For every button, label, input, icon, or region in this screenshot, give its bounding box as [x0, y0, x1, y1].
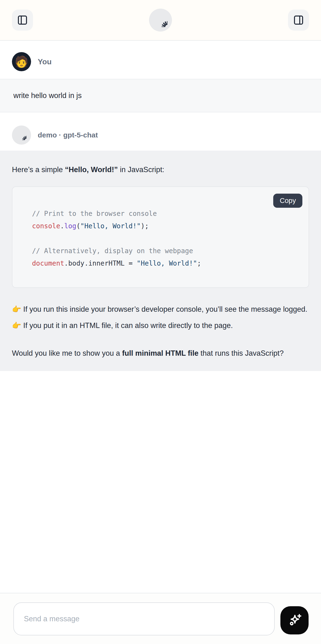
- user-avatar-emoji: 🧑: [14, 56, 28, 67]
- question-text: Would you like me to show you a: [12, 349, 122, 358]
- assistant-avatar: [12, 126, 31, 145]
- model-logo-button[interactable]: [149, 8, 172, 32]
- user-message: 🧑 You write hello world in js: [0, 41, 321, 112]
- sidebar-toggle-button[interactable]: [12, 10, 33, 30]
- starburst-icon: [16, 130, 26, 140]
- assistant-sender-name: demo · gpt-5-chat: [38, 131, 98, 139]
- user-avatar: 🧑: [12, 52, 31, 71]
- topbar: [0, 0, 321, 41]
- chat-screen: 🧑 You write hello world in js demo · gpt…: [0, 0, 321, 644]
- starburst-icon: [154, 13, 167, 27]
- tip-line: 👉 If you put it in an HTML file, it can …: [12, 321, 233, 330]
- user-sender-row: 🧑 You: [0, 41, 321, 79]
- assistant-tips: 👉 If you run this inside your browser’s …: [12, 301, 309, 334]
- right-panel-toggle-button[interactable]: [288, 10, 309, 30]
- copy-button[interactable]: Copy: [273, 194, 302, 208]
- intro-text: Here’s a simple: [12, 166, 65, 174]
- chat-empty-space: [0, 371, 321, 593]
- assistant-sender-row: demo · gpt-5-chat: [0, 112, 321, 150]
- intro-text-after: in JavaScript:: [118, 166, 164, 174]
- code-content: // Print to the browser console console.…: [32, 208, 299, 270]
- code-block: Copy // Print to the browser console con…: [12, 186, 309, 288]
- message-input[interactable]: [13, 602, 275, 636]
- intro-bold-text: “Hello, World!”: [65, 166, 118, 174]
- user-message-text: write hello world in js: [0, 79, 321, 112]
- question-text-after: that runs this JavaScript?: [199, 349, 284, 358]
- assistant-message-body: Here’s a simple “Hello, World!” in JavaS…: [0, 150, 321, 371]
- send-button[interactable]: [280, 606, 309, 634]
- user-sender-name: You: [38, 57, 52, 66]
- assistant-intro: Here’s a simple “Hello, World!” in JavaS…: [12, 162, 309, 178]
- panel-left-icon: [17, 14, 28, 26]
- tip-line: 👉 If you run this inside your browser’s …: [12, 305, 308, 314]
- composer-bar: [0, 593, 321, 644]
- panel-right-icon: [293, 14, 304, 26]
- sparkle-icon: [287, 613, 302, 628]
- assistant-question: Would you like me to show you a full min…: [12, 345, 309, 362]
- assistant-message: demo · gpt-5-chat Here’s a simple “Hello…: [0, 112, 321, 371]
- question-bold-text: full minimal HTML file: [122, 349, 199, 358]
